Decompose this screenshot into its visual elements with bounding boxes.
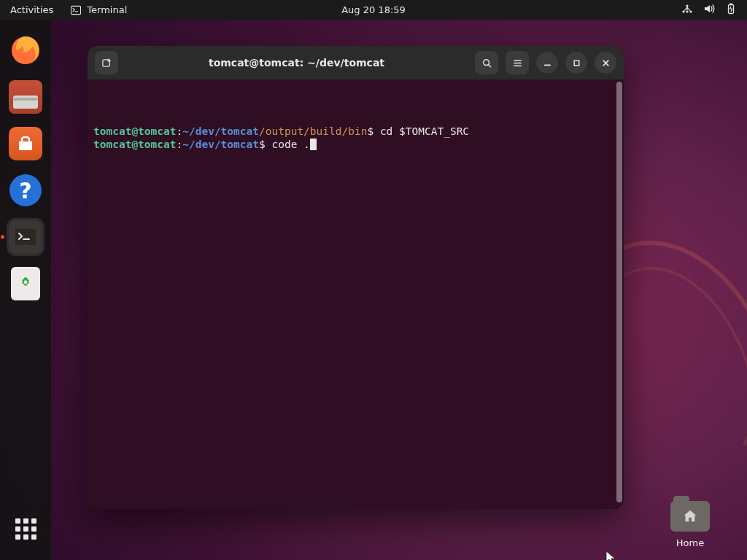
minimize-icon (542, 58, 553, 69)
svg-rect-8 (15, 229, 36, 245)
dock-item-firefox[interactable] (7, 31, 44, 69)
app-indicator[interactable]: Terminal (71, 4, 127, 15)
app-name: Terminal (87, 4, 127, 15)
power-icon[interactable] (725, 3, 737, 17)
volume-icon[interactable] (703, 3, 715, 17)
terminal-app-icon (9, 220, 42, 254)
desktop-home-folder[interactable]: Home (664, 501, 716, 548)
close-icon (600, 58, 611, 69)
new-tab-button[interactable] (95, 51, 118, 74)
help-icon: ? (9, 174, 42, 206)
top-bar: Activities Terminal Aug 20 18:59 (0, 0, 747, 20)
dock-item-terminal[interactable] (7, 218, 44, 256)
files-icon (9, 80, 42, 114)
trash-icon (11, 267, 40, 300)
network-icon[interactable] (681, 3, 693, 17)
svg-rect-6 (730, 4, 732, 5)
dock-item-files[interactable] (7, 78, 44, 116)
maximize-button[interactable] (565, 52, 587, 74)
terminal-scrollbar[interactable] (616, 82, 622, 502)
show-apps-button[interactable] (10, 513, 41, 544)
search-icon (481, 58, 492, 69)
dock-item-help[interactable]: ? (7, 171, 44, 209)
svg-point-9 (24, 281, 28, 284)
software-icon (9, 127, 42, 160)
text-cursor (310, 139, 317, 150)
dock-item-software[interactable] (7, 125, 44, 163)
hamburger-icon (512, 58, 523, 69)
terminal-line: tomcat@tomcat:~/dev/tomcat$ code . (93, 138, 618, 152)
terminal-line: tomcat@tomcat:~/dev/tomcat/output/build/… (93, 125, 618, 139)
search-button[interactable] (475, 51, 498, 74)
folder-icon (670, 501, 710, 532)
firefox-icon (9, 34, 42, 66)
terminal-title: tomcat@tomcat: ~/dev/tomcat (118, 57, 475, 69)
terminal-icon (71, 5, 81, 15)
svg-rect-12 (574, 61, 579, 66)
close-button[interactable] (595, 52, 616, 74)
new-tab-icon (101, 58, 112, 69)
terminal-body[interactable]: tomcat@tomcat:~/dev/tomcat/output/build/… (88, 79, 624, 509)
maximize-icon (571, 58, 582, 69)
terminal-window[interactable]: tomcat@tomcat: ~/dev/tomcat (88, 46, 624, 509)
minimize-button[interactable] (536, 52, 558, 74)
svg-point-2 (686, 10, 688, 12)
active-indicator (1, 236, 4, 239)
terminal-titlebar[interactable]: tomcat@tomcat: ~/dev/tomcat (88, 46, 624, 79)
activities-button[interactable]: Activities (10, 4, 53, 15)
dock-item-trash[interactable] (7, 265, 44, 303)
apps-grid-icon (15, 518, 36, 540)
home-icon (682, 508, 698, 524)
cursor-pointer (605, 551, 616, 560)
dock: ? (0, 20, 51, 560)
desktop[interactable]: ? tomcat@tomcat: ~/dev/tomcat (0, 20, 747, 560)
svg-rect-0 (71, 6, 81, 14)
menu-button[interactable] (506, 51, 529, 74)
desktop-home-label: Home (664, 537, 716, 548)
